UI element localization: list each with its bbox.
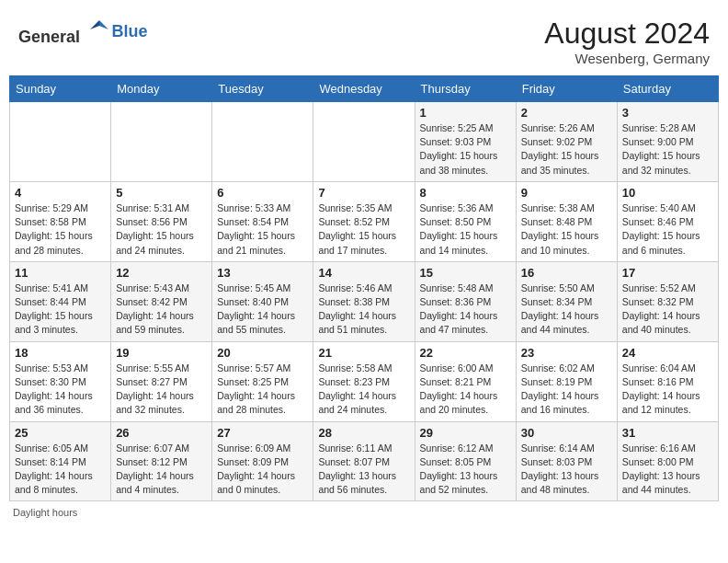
calendar-day-cell: 22Sunrise: 6:00 AM Sunset: 8:21 PM Dayli… <box>415 341 516 421</box>
calendar-day-cell: 25Sunrise: 6:05 AM Sunset: 8:14 PM Dayli… <box>10 421 111 501</box>
calendar-day-cell: 14Sunrise: 5:46 AM Sunset: 8:38 PM Dayli… <box>313 261 415 341</box>
calendar-day-cell <box>212 102 313 182</box>
calendar-week-row: 4Sunrise: 5:29 AM Sunset: 8:58 PM Daylig… <box>10 181 719 261</box>
calendar-day-cell: 29Sunrise: 6:12 AM Sunset: 8:05 PM Dayli… <box>415 421 516 501</box>
logo: General Blue <box>18 17 148 47</box>
calendar-day-cell: 28Sunrise: 6:11 AM Sunset: 8:07 PM Dayli… <box>313 421 415 501</box>
calendar-day-cell: 11Sunrise: 5:41 AM Sunset: 8:44 PM Dayli… <box>10 261 111 341</box>
day-info: Sunrise: 5:53 AM Sunset: 8:30 PM Dayligh… <box>15 362 106 418</box>
day-number: 28 <box>318 426 409 440</box>
day-number: 21 <box>318 346 409 360</box>
calendar-day-cell: 4Sunrise: 5:29 AM Sunset: 8:58 PM Daylig… <box>10 181 111 261</box>
calendar-day-cell: 27Sunrise: 6:09 AM Sunset: 8:09 PM Dayli… <box>212 421 313 501</box>
day-number: 9 <box>521 186 612 200</box>
calendar-day-cell: 16Sunrise: 5:50 AM Sunset: 8:34 PM Dayli… <box>516 261 617 341</box>
page-header: General Blue August 2024 Wesenberg, Germ… <box>9 9 719 72</box>
day-info: Sunrise: 5:43 AM Sunset: 8:42 PM Dayligh… <box>116 282 207 338</box>
calendar-day-cell: 19Sunrise: 5:55 AM Sunset: 8:27 PM Dayli… <box>111 341 212 421</box>
day-info: Sunrise: 5:57 AM Sunset: 8:25 PM Dayligh… <box>217 362 308 418</box>
day-info: Sunrise: 6:00 AM Sunset: 8:21 PM Dayligh… <box>420 362 511 418</box>
calendar-day-cell: 8Sunrise: 5:36 AM Sunset: 8:50 PM Daylig… <box>415 181 516 261</box>
calendar-day-cell: 12Sunrise: 5:43 AM Sunset: 8:42 PM Dayli… <box>111 261 212 341</box>
calendar-day-header: Tuesday <box>212 76 313 102</box>
day-info: Sunrise: 6:12 AM Sunset: 8:05 PM Dayligh… <box>420 442 511 498</box>
day-info: Sunrise: 6:04 AM Sunset: 8:16 PM Dayligh… <box>622 362 713 418</box>
day-number: 24 <box>622 346 713 360</box>
day-number: 11 <box>15 266 106 280</box>
calendar-day-header: Monday <box>111 76 212 102</box>
calendar-day-cell: 2Sunrise: 5:26 AM Sunset: 9:02 PM Daylig… <box>516 102 617 182</box>
day-info: Sunrise: 5:31 AM Sunset: 8:56 PM Dayligh… <box>116 201 207 258</box>
day-info: Sunrise: 5:29 AM Sunset: 8:58 PM Dayligh… <box>15 201 106 258</box>
calendar-day-cell: 21Sunrise: 5:58 AM Sunset: 8:23 PM Dayli… <box>313 341 415 421</box>
title-block: August 2024 Wesenberg, Germany <box>544 17 710 66</box>
calendar-table: SundayMondayTuesdayWednesdayThursdayFrid… <box>9 75 719 501</box>
day-number: 10 <box>622 186 713 200</box>
footer-note: Daylight hours <box>9 507 719 518</box>
day-info: Sunrise: 6:14 AM Sunset: 8:03 PM Dayligh… <box>521 442 612 498</box>
day-info: Sunrise: 6:09 AM Sunset: 8:09 PM Dayligh… <box>217 442 308 498</box>
day-info: Sunrise: 5:45 AM Sunset: 8:40 PM Dayligh… <box>217 282 308 338</box>
calendar-day-header: Friday <box>516 76 617 102</box>
day-number: 6 <box>217 186 308 200</box>
day-info: Sunrise: 5:40 AM Sunset: 8:46 PM Dayligh… <box>622 201 713 258</box>
day-info: Sunrise: 5:35 AM Sunset: 8:52 PM Dayligh… <box>318 201 409 258</box>
day-number: 29 <box>420 426 511 440</box>
day-info: Sunrise: 5:55 AM Sunset: 8:27 PM Dayligh… <box>116 362 207 418</box>
day-number: 2 <box>521 106 612 120</box>
day-info: Sunrise: 5:52 AM Sunset: 8:32 PM Dayligh… <box>622 282 713 338</box>
day-number: 7 <box>318 186 409 200</box>
day-number: 16 <box>521 266 612 280</box>
day-info: Sunrise: 5:46 AM Sunset: 8:38 PM Dayligh… <box>318 282 409 338</box>
day-info: Sunrise: 5:41 AM Sunset: 8:44 PM Dayligh… <box>15 282 106 338</box>
calendar-day-cell: 30Sunrise: 6:14 AM Sunset: 8:03 PM Dayli… <box>516 421 617 501</box>
day-number: 15 <box>420 266 511 280</box>
logo-blue: Blue <box>112 22 148 41</box>
calendar-day-cell: 15Sunrise: 5:48 AM Sunset: 8:36 PM Dayli… <box>415 261 516 341</box>
day-info: Sunrise: 5:50 AM Sunset: 8:34 PM Dayligh… <box>521 282 612 338</box>
calendar-day-cell: 1Sunrise: 5:25 AM Sunset: 9:03 PM Daylig… <box>415 102 516 182</box>
day-number: 30 <box>521 426 612 440</box>
calendar-day-cell: 9Sunrise: 5:38 AM Sunset: 8:48 PM Daylig… <box>516 181 617 261</box>
location: Wesenberg, Germany <box>544 51 710 66</box>
day-number: 23 <box>521 346 612 360</box>
day-number: 18 <box>15 346 106 360</box>
day-info: Sunrise: 5:26 AM Sunset: 9:02 PM Dayligh… <box>521 121 612 178</box>
calendar-week-row: 1Sunrise: 5:25 AM Sunset: 9:03 PM Daylig… <box>10 102 719 182</box>
day-info: Sunrise: 6:11 AM Sunset: 8:07 PM Dayligh… <box>318 442 409 498</box>
month-year: August 2024 <box>544 17 710 51</box>
day-number: 4 <box>15 186 106 200</box>
day-info: Sunrise: 5:25 AM Sunset: 9:03 PM Dayligh… <box>420 121 511 178</box>
calendar-day-cell: 20Sunrise: 5:57 AM Sunset: 8:25 PM Dayli… <box>212 341 313 421</box>
day-number: 19 <box>116 346 207 360</box>
calendar-day-cell <box>313 102 415 182</box>
logo-icon <box>86 17 112 42</box>
calendar-day-cell: 24Sunrise: 6:04 AM Sunset: 8:16 PM Dayli… <box>617 341 718 421</box>
day-number: 14 <box>318 266 409 280</box>
calendar-day-cell <box>10 102 111 182</box>
day-number: 17 <box>622 266 713 280</box>
calendar-day-cell: 5Sunrise: 5:31 AM Sunset: 8:56 PM Daylig… <box>111 181 212 261</box>
calendar-day-header: Saturday <box>617 76 718 102</box>
day-number: 3 <box>622 106 713 120</box>
day-number: 12 <box>116 266 207 280</box>
day-info: Sunrise: 6:05 AM Sunset: 8:14 PM Dayligh… <box>15 442 106 498</box>
day-number: 26 <box>116 426 207 440</box>
calendar-day-cell: 10Sunrise: 5:40 AM Sunset: 8:46 PM Dayli… <box>617 181 718 261</box>
day-info: Sunrise: 6:16 AM Sunset: 8:00 PM Dayligh… <box>622 442 713 498</box>
calendar-day-cell: 3Sunrise: 5:28 AM Sunset: 9:00 PM Daylig… <box>617 102 718 182</box>
day-info: Sunrise: 5:28 AM Sunset: 9:00 PM Dayligh… <box>622 121 713 178</box>
day-info: Sunrise: 5:36 AM Sunset: 8:50 PM Dayligh… <box>420 201 511 258</box>
calendar-day-header: Thursday <box>415 76 516 102</box>
day-info: Sunrise: 6:07 AM Sunset: 8:12 PM Dayligh… <box>116 442 207 498</box>
day-number: 13 <box>217 266 308 280</box>
calendar-day-cell: 26Sunrise: 6:07 AM Sunset: 8:12 PM Dayli… <box>111 421 212 501</box>
calendar-day-cell: 31Sunrise: 6:16 AM Sunset: 8:00 PM Dayli… <box>617 421 718 501</box>
calendar-day-cell: 18Sunrise: 5:53 AM Sunset: 8:30 PM Dayli… <box>10 341 111 421</box>
calendar-week-row: 11Sunrise: 5:41 AM Sunset: 8:44 PM Dayli… <box>10 261 719 341</box>
calendar-day-cell <box>111 102 212 182</box>
day-number: 22 <box>420 346 511 360</box>
calendar-day-cell: 13Sunrise: 5:45 AM Sunset: 8:40 PM Dayli… <box>212 261 313 341</box>
calendar-week-row: 25Sunrise: 6:05 AM Sunset: 8:14 PM Dayli… <box>10 421 719 501</box>
day-info: Sunrise: 5:48 AM Sunset: 8:36 PM Dayligh… <box>420 282 511 338</box>
